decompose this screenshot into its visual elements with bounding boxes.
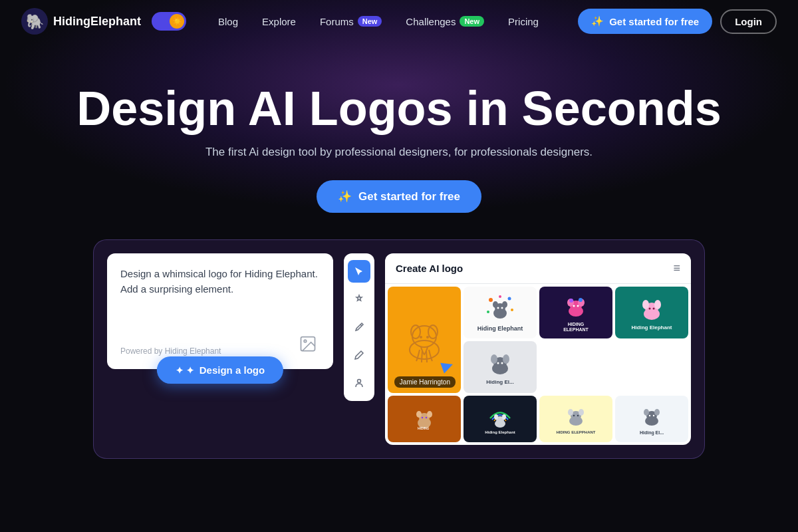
svg-point-64	[653, 414, 654, 416]
teal-elephant-svg	[637, 295, 666, 325]
svg-point-33	[654, 300, 661, 309]
logo-cell-yellow2[interactable]: HIDING ELEPPHANT	[539, 396, 612, 442]
he-flowers-svg	[484, 293, 516, 325]
hero-section: Design AI Logos in Seconds The first Ai …	[0, 43, 798, 213]
svg-point-58	[577, 415, 579, 416]
prompt-panel: Design a whimsical logo for Hiding Eleph…	[107, 253, 333, 369]
forums-badge: New	[358, 16, 382, 27]
svg-point-7	[411, 325, 420, 338]
svg-point-35	[653, 307, 655, 309]
pen-tool[interactable]	[348, 316, 370, 338]
svg-point-13	[499, 295, 501, 298]
nav-explore[interactable]: Explore	[251, 11, 307, 33]
svg-point-32	[642, 300, 649, 309]
svg-point-46	[422, 417, 423, 418]
svg-point-4	[358, 380, 361, 383]
svg-point-18	[493, 301, 498, 308]
nav-actions: ✨ Get started for free Login	[578, 9, 777, 34]
design-logo-button[interactable]: ✦ ✦ Design a logo	[157, 356, 283, 384]
svg-point-26	[573, 305, 575, 307]
hero-cta-button[interactable]: ✨ Get started for free	[317, 180, 481, 213]
app-preview: Design a whimsical logo for Hiding Eleph…	[93, 239, 705, 459]
svg-point-6	[412, 326, 436, 347]
svg-point-56	[579, 409, 584, 416]
cursor-tool[interactable]	[348, 260, 370, 283]
nav-pricing[interactable]: Pricing	[497, 11, 549, 33]
logo-area[interactable]: 🐘 HidingElephant ☀️	[21, 8, 186, 35]
svg-point-5	[410, 340, 439, 359]
svg-point-11	[489, 298, 493, 302]
logo-grid-row1: ▶ Jamie Harrington	[385, 284, 691, 396]
svg-point-55	[568, 409, 573, 416]
nav-cta-button[interactable]: ✨ Get started for free	[578, 9, 712, 34]
light-elephant-svg	[638, 404, 665, 430]
dark-elephant-svg	[561, 293, 591, 322]
svg-point-9	[420, 336, 422, 338]
svg-point-20	[497, 307, 499, 309]
brown-elephant-svg: HIDING	[411, 406, 438, 432]
hero-title: Design AI Logos in Seconds	[0, 82, 798, 135]
logo-cell-teal[interactable]: Hiding Elephant	[615, 287, 688, 338]
challenges-badge: New	[460, 16, 484, 27]
cursor-indicator: ▶	[439, 356, 456, 376]
nav-links: Blog Explore Forums New Challenges New P…	[207, 11, 578, 33]
upload-icon[interactable]	[299, 334, 320, 356]
logo-cell-brown[interactable]: HIDING	[388, 396, 461, 442]
logo-cell-light[interactable]: Hiding El...	[615, 396, 688, 442]
gray-logo-text: Hiding El...	[486, 379, 513, 385]
svg-point-14	[487, 311, 489, 313]
rainbow-elephant-svg	[487, 404, 513, 430]
powered-by-text: Powered by Hiding Elephant	[120, 346, 320, 356]
svg-point-34	[649, 307, 651, 309]
logo-gallery-panel: Create AI logo ≡	[385, 253, 691, 445]
prompt-text: Design a whimsical logo for Hiding Eleph…	[120, 267, 320, 320]
svg-point-29	[579, 298, 583, 302]
svg-point-3	[304, 340, 307, 342]
teal-logo-text: Hiding Elephant	[632, 325, 672, 331]
gallery-header: Create AI logo ≡	[385, 253, 691, 284]
svg-point-51	[494, 414, 498, 420]
logo-grid-row2: HIDING Hiding Elephant	[385, 396, 691, 445]
svg-text:HIDING: HIDING	[418, 426, 430, 430]
menu-icon[interactable]: ≡	[673, 261, 680, 275]
gallery-title: Create AI logo	[396, 263, 463, 274]
tool-panel	[344, 253, 374, 401]
svg-point-15	[511, 309, 513, 311]
svg-point-47	[426, 417, 427, 418]
logo-cell-white-he[interactable]: Hiding Elephant	[464, 287, 537, 338]
logo-text: HidingElephant	[53, 15, 141, 29]
svg-point-19	[502, 301, 507, 308]
logo-cell-dark-pink[interactable]: HIDINGELEPHANT	[539, 287, 612, 338]
theme-toggle[interactable]: ☀️	[152, 12, 186, 31]
svg-point-52	[502, 414, 506, 420]
svg-point-45	[427, 411, 432, 418]
nav-blog[interactable]: Blog	[207, 11, 249, 33]
dark2-logo-text: Hiding Elephant	[485, 430, 515, 434]
magic-tool[interactable]	[348, 288, 370, 311]
nav-forums[interactable]: Forums New	[309, 11, 392, 33]
svg-point-44	[416, 411, 422, 418]
he-logo-text: Hiding Elephant	[477, 325, 523, 332]
pencil-tool[interactable]	[348, 344, 370, 366]
logo-cell-yellow[interactable]: ▶ Jamie Harrington	[388, 287, 461, 393]
logo-cell-gray[interactable]: Hiding El...	[464, 341, 537, 393]
svg-point-38	[491, 354, 497, 364]
gray-elephant-svg	[485, 350, 515, 379]
svg-point-57	[573, 415, 575, 416]
svg-point-63	[649, 414, 650, 416]
nav-challenges[interactable]: Challenges New	[395, 11, 495, 33]
svg-point-41	[501, 362, 503, 364]
svg-text:🐘: 🐘	[26, 13, 45, 31]
login-button[interactable]: Login	[720, 9, 777, 34]
svg-point-27	[577, 305, 579, 307]
logo-cell-dark2[interactable]: Hiding Elephant	[464, 396, 537, 442]
svg-point-10	[426, 336, 429, 338]
logo-elephant-icon: 🐘	[21, 8, 48, 35]
person-tool[interactable]	[348, 372, 370, 394]
user-name-badge: Jamie Harrington	[394, 376, 456, 388]
dark-logo-text: HIDINGELEPHANT	[563, 322, 589, 333]
light-logo-text: Hiding El...	[640, 430, 664, 435]
svg-point-39	[503, 354, 509, 364]
hero-subtitle: The first Ai design tool by professional…	[0, 146, 798, 159]
svg-point-12	[508, 297, 511, 301]
